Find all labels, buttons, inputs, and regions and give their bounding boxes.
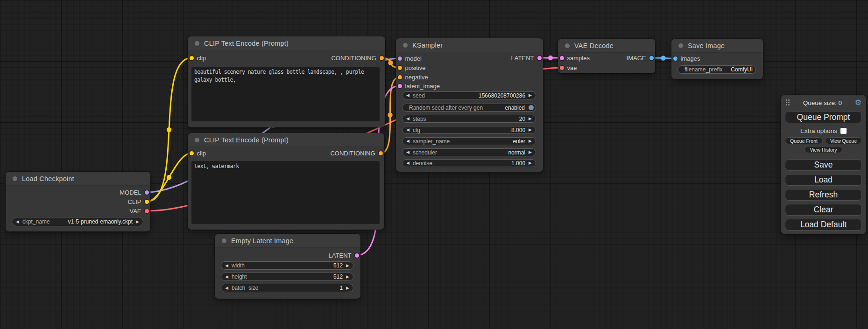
widget-label: height <box>232 273 247 280</box>
widget-steps[interactable]: ◀steps20▶ <box>402 115 536 123</box>
widget-sampler-name[interactable]: ◀sampler_nameeuler▶ <box>402 137 536 145</box>
increment-arrow-icon[interactable]: ▶ <box>136 220 139 224</box>
extra-options-label: Extra options <box>800 127 837 134</box>
node-vae-decode[interactable]: VAE DecodesamplesvaeIMAGE <box>558 39 655 73</box>
node-titlebar[interactable]: CLIP Text Encode (Prompt) <box>188 133 384 147</box>
decrement-arrow-icon[interactable]: ◀ <box>225 264 228 268</box>
widget-ckpt-name[interactable]: ◀ckpt_namev1-5-pruned-emaonly.ckpt▶ <box>12 217 143 226</box>
LATENT-output-port[interactable] <box>537 56 542 60</box>
increment-arrow-icon[interactable]: ▶ <box>529 93 532 98</box>
LATENT-output-port[interactable] <box>355 253 359 258</box>
widget-seed[interactable]: ◀seed156680208700286▶ <box>402 91 536 99</box>
CONDITIONING-output-port[interactable] <box>380 56 384 60</box>
decrement-arrow-icon[interactable]: ◀ <box>406 128 409 132</box>
widget-random-seed-after-every-gen[interactable]: Random seed after every genenabled <box>402 104 536 112</box>
widget-cfg[interactable]: ◀cfg8.000▶ <box>402 126 536 134</box>
increment-arrow-icon[interactable]: ▶ <box>529 150 532 154</box>
decrement-arrow-icon[interactable]: ◀ <box>406 117 409 121</box>
widget-batch-size[interactable]: ◀batch_size1▶ <box>221 284 353 292</box>
CLIP-output-port[interactable] <box>145 200 149 204</box>
output-slot-label: LATENT <box>511 55 534 62</box>
view-queue-button[interactable]: View Queue <box>825 137 862 144</box>
increment-arrow-icon[interactable]: ▶ <box>346 264 349 268</box>
drag-handle-icon[interactable] <box>786 99 790 106</box>
negative-input-port[interactable] <box>398 75 402 79</box>
widget-width[interactable]: ◀width512▶ <box>221 261 353 270</box>
widget-denoise[interactable]: ◀denoise1.000▶ <box>402 159 536 167</box>
graph-canvas[interactable]: { "colors": { "MODEL": "#B39DDB", "CLIP"… <box>0 0 868 329</box>
node-load-checkpoint[interactable]: Load CheckpointMODELCLIPVAE◀ckpt_namev1-… <box>6 172 150 231</box>
clear-button[interactable]: Clear <box>785 204 862 216</box>
collapse-dot-icon[interactable] <box>195 138 199 142</box>
CONDITIONING-output-port[interactable] <box>379 151 383 155</box>
node-titlebar[interactable]: Load Checkpoint <box>6 172 150 186</box>
output-slot-MODEL: MODEL <box>120 189 148 196</box>
prompt-textarea[interactable]: text, watermark <box>191 161 380 224</box>
VAE-output-port[interactable] <box>145 209 149 213</box>
decrement-arrow-icon[interactable]: ◀ <box>225 275 228 279</box>
save-button[interactable]: Save <box>785 159 862 171</box>
node-titlebar[interactable]: VAE Decode <box>558 39 655 53</box>
increment-arrow-icon[interactable]: ▶ <box>529 139 532 143</box>
positive-input-port[interactable] <box>398 66 402 70</box>
load-default-button[interactable]: Load Default <box>785 219 862 231</box>
widget-scheduler[interactable]: ◀schedulernormal▶ <box>402 148 536 156</box>
node-title: Empty Latent Image <box>231 237 293 245</box>
node-titlebar[interactable]: KSampler <box>396 38 543 52</box>
load-button[interactable]: Load <box>785 174 862 186</box>
decrement-arrow-icon[interactable]: ◀ <box>406 150 409 154</box>
collapse-dot-icon[interactable] <box>403 43 408 48</box>
increment-arrow-icon[interactable]: ▶ <box>529 161 532 165</box>
decrement-arrow-icon[interactable]: ◀ <box>406 93 409 98</box>
input-slot-label: clip <box>197 150 206 157</box>
widget-height[interactable]: ◀height512▶ <box>221 273 353 281</box>
node-ksampler[interactable]: KSamplermodelpositivenegativelatent_imag… <box>396 38 543 172</box>
collapse-dot-icon[interactable] <box>565 43 570 48</box>
increment-arrow-icon[interactable]: ▶ <box>346 275 349 279</box>
decrement-arrow-icon[interactable]: ◀ <box>406 161 409 165</box>
node-titlebar[interactable]: CLIP Text Encode (Prompt) <box>188 36 385 50</box>
node-titlebar[interactable]: Save Image <box>671 39 763 53</box>
input-slot-label: clip <box>197 55 206 62</box>
node-save-image[interactable]: Save Imageimagesfilename_prefixComfyUI <box>671 39 763 79</box>
queue-size-label: Queue size: 0 <box>790 99 855 106</box>
input-slot-label: negative <box>405 74 428 81</box>
collapse-dot-icon[interactable] <box>13 176 17 181</box>
widget-label: cfg <box>413 127 420 133</box>
node-clip-text-encode-positive[interactable]: CLIP Text Encode (Prompt)clipCONDITIONIN… <box>188 36 385 127</box>
increment-arrow-icon[interactable]: ▶ <box>346 286 349 290</box>
latent_image-input-port[interactable] <box>398 84 402 88</box>
decrement-arrow-icon[interactable]: ◀ <box>406 139 409 143</box>
widget-label: width <box>232 262 245 269</box>
MODEL-output-port[interactable] <box>145 190 149 195</box>
node-empty-latent-image[interactable]: Empty Latent ImageLATENT◀width512▶◀heigh… <box>215 234 360 299</box>
vae-input-port[interactable] <box>560 66 564 70</box>
refresh-button[interactable]: Refresh <box>785 189 862 201</box>
model-input-port[interactable] <box>398 56 402 61</box>
prompt-textarea[interactable]: beautiful scenery nature glass bottle la… <box>191 67 380 121</box>
queue-prompt-button[interactable]: Queue Prompt <box>785 111 862 123</box>
queue-front-button[interactable]: Queue Front <box>785 137 823 144</box>
samples-input-port[interactable] <box>560 56 564 60</box>
widget-label: Random seed after every gen <box>409 105 483 111</box>
input-slot-label: samples <box>567 55 590 62</box>
images-input-port[interactable] <box>673 56 677 61</box>
widget-filename-prefix[interactable]: filename_prefixComfyUI <box>677 65 756 74</box>
decrement-arrow-icon[interactable]: ◀ <box>225 286 228 290</box>
input-slot-label: images <box>681 55 700 62</box>
collapse-dot-icon[interactable] <box>222 238 226 243</box>
IMAGE-output-port[interactable] <box>649 56 654 60</box>
clip-input-port[interactable] <box>190 151 194 155</box>
increment-arrow-icon[interactable]: ▶ <box>529 128 532 132</box>
view-history-button[interactable]: View History <box>804 146 842 153</box>
clip-input-port[interactable] <box>190 56 194 60</box>
extra-options-checkbox[interactable] <box>840 128 847 134</box>
decrement-arrow-icon[interactable]: ◀ <box>16 220 19 224</box>
settings-gear-icon[interactable]: ⚙ <box>855 99 861 106</box>
toggle-dot-icon[interactable] <box>529 105 534 110</box>
node-titlebar[interactable]: Empty Latent Image <box>215 234 360 248</box>
collapse-dot-icon[interactable] <box>195 41 199 46</box>
collapse-dot-icon[interactable] <box>678 43 683 48</box>
increment-arrow-icon[interactable]: ▶ <box>529 117 532 121</box>
node-clip-text-encode-negative[interactable]: CLIP Text Encode (Prompt)clipCONDITIONIN… <box>188 133 384 230</box>
